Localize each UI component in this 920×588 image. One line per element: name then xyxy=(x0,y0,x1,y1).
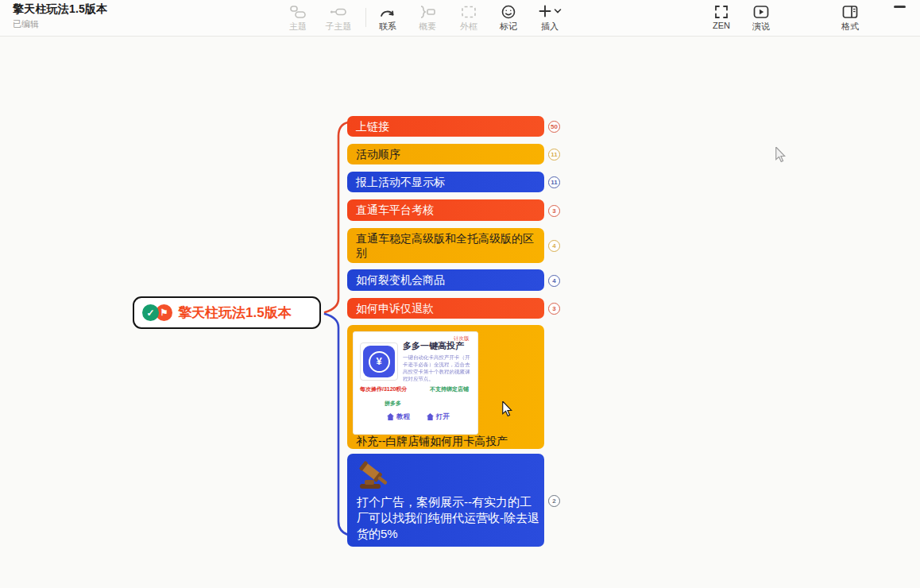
topic-baoshang-huodong[interactable]: 报上活动不显示标 xyxy=(347,172,544,192)
topic-label: 打个广告，案例展示--有实力的工厂可以找我们纯佣代运营收-除去退货的5% xyxy=(357,494,541,542)
insert-button[interactable]: 插入 xyxy=(531,3,569,33)
relationship-icon xyxy=(379,3,396,20)
topic-label: 活动顺序 xyxy=(356,147,400,161)
format-button[interactable]: 格式 xyxy=(834,3,866,33)
summary-icon xyxy=(418,3,437,20)
zen-mode-icon xyxy=(713,3,730,20)
topic-label: 如何裂变机会商品 xyxy=(356,273,445,287)
root-topic[interactable]: ✓ ⚑ 擎天柱玩法1.5版本 xyxy=(133,296,321,329)
document-title: 擎天柱玩法1.5版本 xyxy=(13,2,107,17)
topic-label: 主题 xyxy=(289,21,307,33)
topic-guanggao-anli[interactable]: 打个广告，案例展示--有实力的工厂可以找我们纯佣代运营收-除去退货的5% xyxy=(347,454,544,547)
document-status: 已编辑 xyxy=(13,18,107,30)
topic-count-badge[interactable]: 3 xyxy=(548,303,560,315)
relationship-label: 联系 xyxy=(379,21,396,33)
boundary-icon xyxy=(460,3,477,20)
present-label: 演说 xyxy=(752,21,770,33)
boundary-button[interactable]: 外框 xyxy=(453,3,485,33)
topic-count-badge[interactable]: 4 xyxy=(548,240,560,252)
gavel-icon xyxy=(357,460,393,495)
subtopic-button[interactable]: 子主题 xyxy=(318,3,359,33)
marker-icon xyxy=(501,3,516,20)
topic-buchong-gaotouchan[interactable]: ¥ 多多一键高投产 计次版 一键自动化卡高投产开卡（开卡老手必备）全流程，适合去… xyxy=(347,325,544,449)
app-card-cost: 每次操作/3120积分 xyxy=(360,385,408,393)
format-label: 格式 xyxy=(841,21,859,33)
relationship-button[interactable]: 联系 xyxy=(372,3,404,33)
open-button[interactable]: 打开 xyxy=(427,412,450,421)
topic-icon xyxy=(289,3,307,20)
mouse-cursor-ghost xyxy=(775,147,786,163)
topic-label: 直通车稳定高级版和全托高级版的区别 xyxy=(356,231,535,260)
app-icon-frame: ¥ xyxy=(360,342,398,381)
topic-liebain-jihui[interactable]: 如何裂变机会商品 xyxy=(347,269,544,291)
topic-count-badge[interactable]: 11 xyxy=(548,149,560,161)
topic-label: 报上活动不显示标 xyxy=(356,175,445,189)
check-icon[interactable]: ✓ xyxy=(142,304,159,321)
zen-label: ZEN xyxy=(713,21,730,30)
home-icon xyxy=(387,413,394,420)
zen-button[interactable]: ZEN xyxy=(705,3,737,30)
topic-label: 直通车平台考核 xyxy=(356,203,434,217)
present-play-icon xyxy=(752,3,770,20)
app-card-description: 一键自动化卡高投产开卡（开卡老手必备）全流程，适合去高投空卡第十个教程的视频课程… xyxy=(403,354,474,382)
insert-label: 插入 xyxy=(541,21,559,33)
boundary-label: 外框 xyxy=(460,21,477,33)
present-button[interactable]: 演说 xyxy=(745,3,777,33)
root-topic-label: 擎天柱玩法1.5版本 xyxy=(178,304,292,322)
topic-count-badge[interactable]: 3 xyxy=(548,205,560,217)
topic-label: 上链接 xyxy=(356,119,389,133)
topic-button[interactable]: 主题 xyxy=(280,3,315,33)
yuan-refresh-icon: ¥ xyxy=(363,346,395,377)
insert-icon xyxy=(537,3,562,20)
topic-count-badge[interactable]: 2 xyxy=(548,495,560,507)
mindmap-app: 擎天柱玩法1.5版本 已编辑 主题 子主题 xyxy=(0,0,920,588)
summary-button[interactable]: 概要 xyxy=(412,3,443,33)
topic-count-badge[interactable]: 4 xyxy=(548,275,560,287)
topic-count-badge[interactable]: 50 xyxy=(548,121,560,133)
tutorial-button[interactable]: 教程 xyxy=(387,412,410,421)
app-card-platform: 拼多多 xyxy=(385,400,401,407)
toolbar-separator xyxy=(365,8,366,27)
topic-zhitongche-kaohe[interactable]: 直通车平台考核 xyxy=(347,199,544,221)
summary-label: 概要 xyxy=(419,21,436,33)
marker-button[interactable]: 标记 xyxy=(493,3,524,33)
subtopic-label: 子主题 xyxy=(326,21,352,33)
mouse-cursor xyxy=(501,401,512,417)
window-minimize-dash[interactable] xyxy=(894,6,906,8)
toolbar: 擎天柱玩法1.5版本 已编辑 主题 子主题 xyxy=(0,0,920,37)
format-panel-icon xyxy=(841,3,859,20)
topic-huodong-shunxu[interactable]: 活动顺序 xyxy=(347,144,544,164)
topic-label: 补充--白牌店铺如何用卡高投产 xyxy=(356,434,508,448)
marker-label: 标记 xyxy=(500,21,517,33)
document-meta: 擎天柱玩法1.5版本 已编辑 xyxy=(13,2,107,30)
home-icon xyxy=(427,413,434,420)
topic-shanglianjie[interactable]: 上链接 xyxy=(347,116,544,137)
topic-shensu-tuikuan[interactable]: 如何申诉仅退款 xyxy=(347,298,544,319)
subtopic-icon xyxy=(329,3,348,20)
embedded-app-card: ¥ 多多一键高投产 计次版 一键自动化卡高投产开卡（开卡老手必备）全流程，适合去… xyxy=(353,331,478,435)
topic-label: 如何申诉仅退款 xyxy=(356,301,434,315)
topic-zhitongche-qubie[interactable]: 直通车稳定高级版和全托高级版的区别 xyxy=(347,228,544,263)
app-card-tag: 计次版 xyxy=(454,335,470,342)
mindmap-canvas[interactable]: ✓ ⚑ 擎天柱玩法1.5版本 上链接 50 活动顺序 11 报上活动不显示标 1… xyxy=(0,37,920,588)
app-card-note: 不支持绑定店铺 xyxy=(430,385,469,393)
topic-count-badge[interactable]: 11 xyxy=(548,176,560,188)
